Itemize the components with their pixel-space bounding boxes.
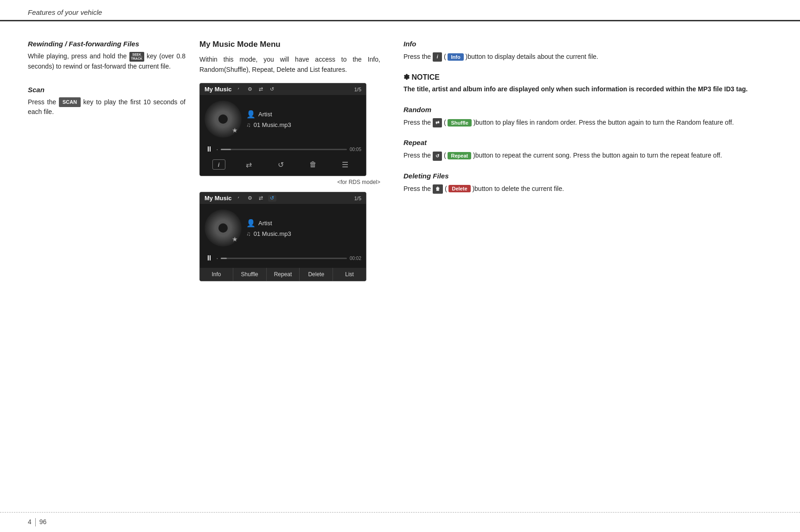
player-bottom-1: ⏸ • 00:05 i ⇄ ↺ 🗑 ☰ (200, 143, 366, 176)
repeat-badge: Repeat (448, 152, 471, 159)
settings-icon: ⚙ (246, 86, 254, 93)
info-body: Press the i ( Info )button to display de… (403, 51, 772, 62)
player-topbar-left-1: My Music ⎖ ⚙ ⇄ ↺ (205, 86, 276, 93)
delete-badge: Delete (448, 185, 470, 192)
rewind-text-pre: While playing, press and hold the (28, 52, 129, 60)
player-topbar-left-2: My Music ⎖ ⚙ ⇄ ↺ (205, 195, 276, 202)
footer-chapter: 4 (28, 518, 32, 526)
person-icon-2: 👤 (246, 219, 256, 228)
player-title-1: My Music (205, 86, 232, 93)
progress-fill-1 (221, 149, 231, 150)
repeat-text-btn[interactable]: Repeat (267, 268, 300, 281)
player-main-2: ★ 👤 Artist ♫ 01 Music.mp3 (200, 204, 366, 252)
repeat-icon-1: ↺ (268, 86, 276, 93)
page-header: Features of your vehicle (0, 0, 800, 21)
shuffle-badge: Shuffle (448, 119, 471, 127)
repeat-ctrl-btn: ↺ (273, 158, 289, 171)
player-track-num-2: 1/5 (354, 196, 361, 201)
random-text-pre: Press the (403, 119, 433, 126)
middle-body: Within this mode, you will have access t… (199, 55, 380, 75)
track-row-2: ♫ 01 Music.mp3 (246, 230, 361, 237)
middle-heading: My Music Mode Menu (199, 40, 380, 49)
bluetooth-icon-2: ⎖ (235, 195, 243, 202)
progress-track-2 (221, 258, 347, 259)
play-pause-1: ⏸ (205, 145, 214, 153)
repeat-text-pre: Press the (403, 152, 433, 159)
repeat-body: Press the ↺ ( Repeat )button to repeat t… (403, 150, 772, 160)
bluetooth-icon: ⎖ (235, 86, 243, 93)
player-track-num-1: 1/5 (354, 87, 361, 92)
notice-heading: ✽ NOTICE (403, 73, 772, 82)
shuffle-icon-ctrl: ⇄ (433, 118, 442, 127)
rewind-body: While playing, press and hold the SEEK T… (28, 51, 186, 72)
delete-section: Deleting Files Press the 🗑 ( Delete )but… (403, 172, 772, 194)
rewind-section: Rewinding / Fast-forwarding Files While … (28, 40, 186, 72)
star-icon: ★ (232, 127, 238, 134)
rds-note: <for RDS model> (199, 179, 380, 185)
player-topbar-2: My Music ⎖ ⚙ ⇄ ↺ 1/5 (200, 192, 366, 204)
repeat-heading: Repeat (403, 139, 772, 146)
random-text-post: )button to play files in random order. P… (474, 119, 734, 126)
header-title: Features of your vehicle (28, 8, 102, 16)
notice-box: ✽ NOTICE The title, artist and album inf… (403, 73, 772, 95)
player-icons-1: ⎖ ⚙ ⇄ ↺ (235, 86, 276, 93)
album-art-2: ★ (205, 209, 242, 247)
track-name-1: 01 Music.mp3 (254, 121, 291, 128)
left-column: Rewinding / Fast-forwarding Files While … (28, 40, 199, 284)
progress-fill-2 (221, 258, 227, 259)
random-heading: Random (403, 106, 772, 114)
time-display-1: 00:05 (350, 147, 361, 152)
play-pause-2: ⏸ (205, 254, 214, 262)
repeat-icon-ctrl: ↺ (433, 152, 442, 161)
repeat-text-post: )button to repeat the current song. Pres… (473, 152, 722, 159)
progress-track-1 (221, 149, 347, 150)
delete-ctrl-btn: 🗑 (305, 158, 321, 171)
controls-row-1: i ⇄ ↺ 🗑 ☰ (205, 155, 361, 172)
info-badge: Info (448, 53, 463, 61)
notice-star-icon: ✽ (403, 73, 411, 81)
shuffle-text-btn[interactable]: Shuffle (233, 268, 267, 281)
footer-divider (35, 518, 36, 526)
person-icon-1: 👤 (246, 110, 256, 119)
artist-row-2: 👤 Artist (246, 219, 361, 228)
info-ctrl-btn: i (212, 159, 225, 170)
list-text-btn[interactable]: List (333, 268, 366, 281)
info-text-post: )button to display details about the cur… (466, 53, 598, 60)
list-ctrl-btn: ☰ (337, 158, 353, 171)
player-screen-1: My Music ⎖ ⚙ ⇄ ↺ 1/5 ★ 👤 (199, 83, 366, 176)
dot-1: • (217, 147, 218, 152)
shuffle-ctrl-btn: ⇄ (241, 158, 257, 171)
note-icon-1: ♫ (246, 121, 251, 128)
settings-icon-2: ⚙ (246, 195, 254, 202)
progress-bar-2: ⏸ • 00:02 (205, 252, 361, 264)
player-text-btns: Info Shuffle Repeat Delete List (200, 268, 366, 281)
player-bottom-2: ⏸ • 00:02 (200, 252, 366, 268)
right-column: Info Press the i ( Info )button to displ… (394, 40, 772, 284)
info-icon-btn: i (433, 52, 442, 62)
scan-section: Scan Press the SCAN key to play the firs… (28, 86, 186, 118)
footer-page-num: 4 96 (28, 518, 46, 526)
delete-text-post: )button to delete the current file. (472, 185, 564, 192)
track-name-2: 01 Music.mp3 (254, 230, 291, 237)
scan-body: Press the SCAN key to play the first 10 … (28, 97, 186, 118)
random-body: Press the ⇄ ( Shuffle )button to play fi… (403, 117, 772, 127)
footer-page: 96 (39, 518, 47, 526)
info-text-pre: Press the (403, 53, 433, 60)
star-icon-2: ★ (232, 235, 238, 243)
artist-row-1: 👤 Artist (246, 110, 361, 119)
shuffle-icon-1: ⇄ (257, 86, 265, 93)
delete-heading: Deleting Files (403, 172, 772, 180)
player-info-1: 👤 Artist ♫ 01 Music.mp3 (246, 110, 361, 128)
info-heading: Info (403, 40, 772, 48)
player-info-2: 👤 Artist ♫ 01 Music.mp3 (246, 219, 361, 237)
delete-text-btn[interactable]: Delete (300, 268, 333, 281)
info-text-btn[interactable]: Info (200, 268, 233, 281)
scan-key: SCAN (59, 97, 81, 107)
track-row-1: ♫ 01 Music.mp3 (246, 121, 361, 128)
repeat-section: Repeat Press the ↺ ( Repeat )button to r… (403, 139, 772, 160)
delete-icon-ctrl: 🗑 (433, 184, 443, 194)
random-paren-open: ( (444, 119, 446, 126)
repeat-active-icon: ↺ (268, 195, 276, 202)
delete-paren-open: ( (445, 185, 447, 192)
player-main-1: ★ 👤 Artist ♫ 01 Music.mp3 (200, 95, 366, 143)
